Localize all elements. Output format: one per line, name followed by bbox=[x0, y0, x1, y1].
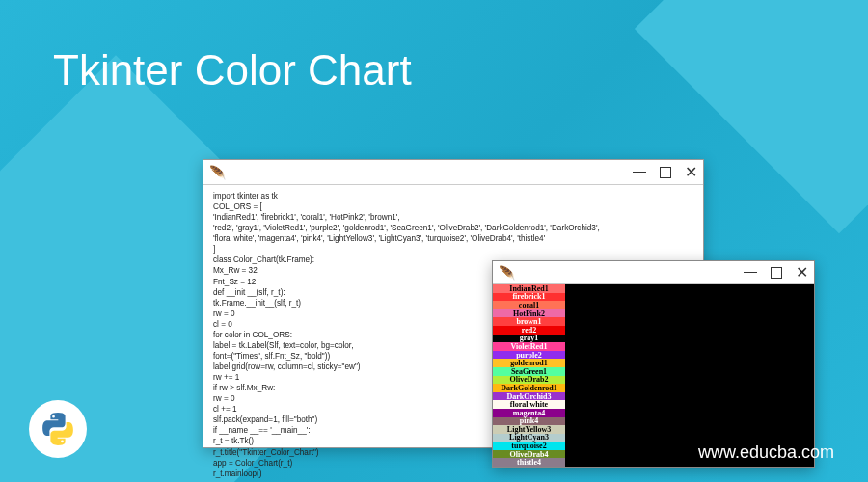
color-swatch: HotPink2 bbox=[493, 309, 565, 318]
close-button[interactable]: ✕ bbox=[796, 265, 808, 281]
color-swatch: purple2 bbox=[493, 351, 565, 360]
chart-window-titlebar[interactable]: 🪶 ✕ bbox=[493, 261, 814, 284]
color-swatch: LightCyan3 bbox=[493, 434, 565, 442]
color-swatch: brown1 bbox=[493, 317, 565, 326]
tk-feather-icon: 🪶 bbox=[209, 165, 226, 180]
color-swatch: magenta4 bbox=[493, 409, 565, 417]
color-swatch: floral white bbox=[493, 400, 565, 409]
color-swatch: OliveDrab4 bbox=[493, 450, 565, 459]
color-swatch: SeaGreen1 bbox=[493, 367, 565, 376]
color-swatch: pink4 bbox=[493, 417, 565, 426]
black-panel bbox=[565, 284, 814, 467]
color-swatch: coral1 bbox=[493, 301, 565, 309]
color-swatch: IndianRed1 bbox=[493, 284, 565, 293]
chart-body: IndianRed1firebrick1coral1HotPink2brown1… bbox=[493, 284, 814, 467]
close-button[interactable]: ✕ bbox=[685, 165, 697, 180]
color-swatch: LightYellow3 bbox=[493, 425, 565, 434]
minimize-button[interactable] bbox=[633, 172, 646, 173]
color-chart-window: 🪶 ✕ IndianRed1firebrick1coral1HotPink2br… bbox=[492, 260, 815, 468]
color-swatch: turquoise2 bbox=[493, 442, 565, 450]
python-logo bbox=[29, 400, 87, 458]
color-swatch: DarkGoldenrod1 bbox=[493, 384, 565, 392]
color-swatch: firebrick1 bbox=[493, 293, 565, 302]
color-swatch: DarkOrchid3 bbox=[493, 392, 565, 401]
color-swatch-column: IndianRed1firebrick1coral1HotPink2brown1… bbox=[493, 284, 565, 467]
python-logo-icon bbox=[40, 411, 76, 447]
color-swatch: goldenrod1 bbox=[493, 359, 565, 367]
color-swatch: red2 bbox=[493, 326, 565, 335]
minimize-button[interactable] bbox=[744, 272, 757, 273]
color-swatch: OliveDrab2 bbox=[493, 376, 565, 385]
code-window-titlebar[interactable]: 🪶 ✕ bbox=[203, 160, 703, 185]
color-swatch: thistle4 bbox=[493, 458, 565, 467]
page-title: Tkinter Color Chart bbox=[53, 46, 412, 94]
maximize-button[interactable] bbox=[771, 267, 782, 279]
color-swatch: VioletRed1 bbox=[493, 342, 565, 351]
tk-feather-icon: 🪶 bbox=[499, 265, 515, 281]
color-swatch: gray1 bbox=[493, 335, 565, 343]
maximize-button[interactable] bbox=[660, 167, 671, 178]
site-url: www.educba.com bbox=[698, 442, 834, 463]
